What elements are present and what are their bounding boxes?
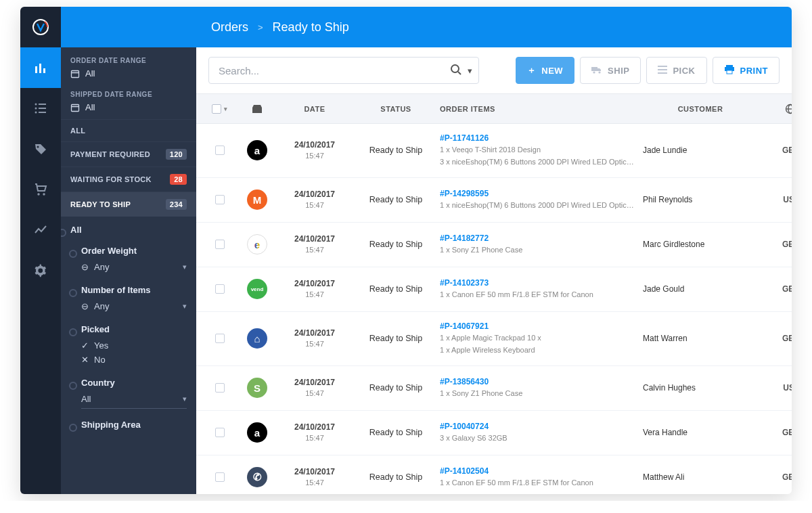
order-number-link[interactable]: #P-10040724: [440, 422, 643, 431]
order-number-link[interactable]: #P-14182772: [440, 233, 643, 243]
customer-name: Matt Warren: [643, 334, 758, 343]
nav-analytics[interactable]: [20, 210, 61, 250]
order-time: 15:47: [277, 200, 352, 210]
svg-point-10: [37, 146, 39, 148]
shipped-date-picker[interactable]: All: [70, 102, 187, 112]
order-time: 15:47: [277, 388, 352, 398]
nav-cart[interactable]: [20, 169, 61, 210]
table-row: vend24/10/201715:47Ready to Ship#P-14102…: [196, 267, 792, 312]
svg-rect-25: [726, 65, 733, 67]
subfilter-weight[interactable]: ⊖Any ▾: [81, 260, 187, 274]
order-status: Ready to Ship: [352, 334, 440, 343]
subfilter-items[interactable]: ⊖Any ▾: [81, 299, 187, 313]
subfilter-picked-yes[interactable]: ✓Yes: [81, 338, 187, 353]
order-number-link[interactable]: #P-14067921: [440, 321, 643, 331]
print-button[interactable]: PRINT: [713, 57, 780, 84]
status-filter-all[interactable]: ALL: [61, 119, 196, 141]
row-checkbox[interactable]: [215, 383, 225, 393]
row-checkbox[interactable]: [215, 472, 225, 482]
svg-rect-13: [72, 70, 79, 77]
order-number-link[interactable]: #P-11741126: [440, 133, 643, 143]
subfilter-country[interactable]: All ▾: [81, 392, 187, 409]
country-code: GB: [758, 284, 792, 294]
breadcrumb-root[interactable]: Orders: [211, 20, 248, 35]
order-status: Ready to Ship: [352, 428, 440, 437]
svg-rect-22: [658, 66, 667, 67]
order-item-line: 3 x Galaxy S6 32GB: [440, 433, 636, 443]
subfilter-all[interactable]: All: [70, 225, 187, 235]
order-number-link[interactable]: #P-13856430: [440, 377, 643, 386]
date-column-header[interactable]: DATE: [277, 105, 352, 113]
subfilter-picked-title: Picked: [81, 324, 187, 334]
pick-button[interactable]: PICK: [646, 57, 706, 84]
order-time: 15:47: [277, 245, 352, 254]
status-filter-ready-to-ship[interactable]: READY TO SHIP234: [61, 192, 196, 217]
customer-column-header[interactable]: CUSTOMER: [643, 105, 758, 113]
customer-name: Matthew Ali: [643, 472, 758, 482]
row-checkbox[interactable]: [215, 146, 225, 155]
status-badge: 28: [170, 174, 187, 185]
row-checkbox[interactable]: [215, 428, 225, 437]
search-dropdown-icon[interactable]: ▾: [468, 66, 472, 76]
breadcrumb-bar: Orders > Ready to Ship: [196, 7, 792, 47]
order-date-value: All: [85, 68, 95, 79]
new-button[interactable]: ＋ NEW: [516, 57, 574, 84]
customer-name: Phil Reynolds: [643, 195, 758, 204]
plus-icon: ＋: [527, 64, 537, 76]
status-filter-label: WAITING FOR STOCK: [70, 175, 152, 183]
order-status: Ready to Ship: [352, 240, 440, 249]
amazon-icon: a: [247, 140, 267, 160]
row-checkbox[interactable]: [215, 334, 225, 343]
print-icon: [724, 65, 735, 76]
order-status: Ready to Ship: [352, 146, 440, 155]
customer-name: Marc Girdlestone: [643, 240, 758, 249]
status-column-header[interactable]: STATUS: [352, 105, 440, 113]
order-item-line: 1 x Canon EF 50 mm F/1.8 EF STM for Cano…: [440, 290, 636, 300]
svg-rect-2: [39, 64, 41, 73]
svg-point-11: [37, 193, 39, 195]
subfilter-items-title: Number of Items: [81, 285, 187, 295]
status-filter-label: READY TO SHIP: [70, 200, 131, 208]
country-column-header: [758, 104, 792, 114]
search-icon[interactable]: [450, 64, 462, 78]
ship-button[interactable]: SHIP: [580, 57, 641, 84]
minus-circle-icon: ⊖: [81, 301, 89, 311]
table-row: e24/10/201715:47Ready to Ship#P-14182772…: [196, 223, 792, 267]
amazon-icon: a: [247, 422, 267, 443]
nav-dashboard[interactable]: [20, 47, 61, 88]
order-number-link[interactable]: #P-14102504: [440, 466, 643, 476]
phone-icon: ✆: [247, 467, 267, 487]
customer-name: Jade Lundie: [643, 146, 758, 155]
items-column-header[interactable]: ORDER ITEMS: [440, 105, 643, 113]
row-checkbox[interactable]: [215, 240, 225, 249]
order-time: 15:47: [277, 151, 352, 160]
order-date: 24/10/2017: [277, 422, 352, 433]
country-code: US: [758, 195, 792, 204]
order-date-picker[interactable]: All: [70, 68, 187, 79]
table-row: ✆24/10/201715:47Ready to Ship#P-14102504…: [196, 455, 792, 494]
search-input[interactable]: [208, 57, 479, 84]
order-date: 24/10/2017: [277, 378, 352, 388]
svg-point-12: [43, 193, 45, 195]
truck-icon: [591, 66, 602, 76]
status-filter-label: PAYMENT REQUIRED: [70, 150, 150, 158]
svg-point-8: [35, 112, 37, 114]
nav-tags[interactable]: [20, 129, 61, 169]
order-status: Ready to Ship: [352, 195, 440, 204]
order-number-link[interactable]: #P-14298595: [440, 189, 643, 198]
row-checkbox[interactable]: [215, 284, 225, 294]
nav-list[interactable]: [20, 88, 61, 129]
status-filter-waiting-for-stock[interactable]: WAITING FOR STOCK28: [61, 166, 196, 192]
subfilter-picked-no[interactable]: ✕No: [81, 353, 187, 367]
order-item-line: 1 x Canon EF 50 mm F/1.8 EF STM for Cano…: [440, 478, 636, 488]
status-filter-payment-required[interactable]: PAYMENT REQUIRED120: [61, 141, 196, 166]
row-checkbox[interactable]: [215, 195, 225, 204]
shipped-date-label: SHIPPED DATE RANGE: [70, 91, 187, 98]
order-number-link[interactable]: #P-14102373: [440, 278, 643, 288]
country-code: US: [758, 383, 792, 393]
nav-settings[interactable]: [20, 250, 61, 291]
order-status: Ready to Ship: [352, 472, 440, 482]
order-status: Ready to Ship: [352, 383, 440, 393]
select-all-checkbox[interactable]: ▾: [203, 104, 237, 114]
magento-icon: M: [247, 189, 267, 210]
